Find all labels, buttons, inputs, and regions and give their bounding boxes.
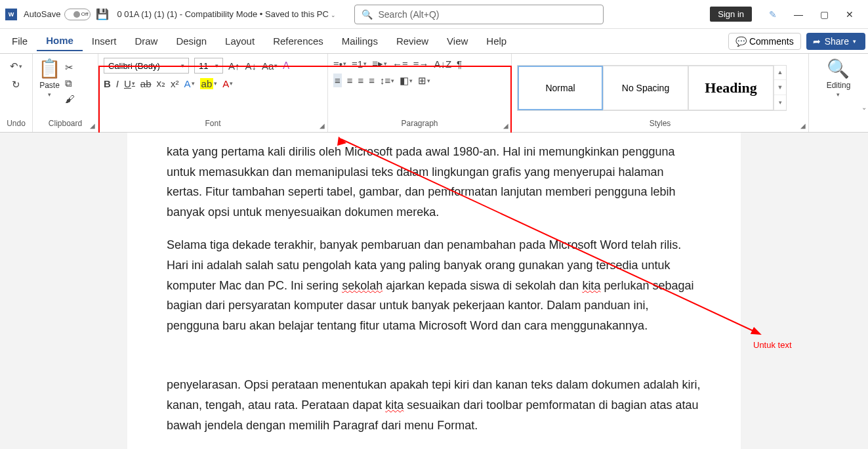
document-area: kata yang pertama kali dirilis oleh Micr… xyxy=(0,133,868,449)
autosave-label: AutoSave xyxy=(24,9,60,19)
sort-icon[interactable]: A↓Z xyxy=(434,58,451,70)
format-painter-button[interactable]: 🖌 xyxy=(65,93,75,104)
comments-button[interactable]: 💬 Comments xyxy=(728,33,801,50)
find-icon: 🔍 xyxy=(827,58,850,79)
tab-review[interactable]: Review xyxy=(387,32,438,51)
cut-button[interactable]: ✂ xyxy=(65,62,75,74)
align-right-icon[interactable]: ≡ xyxy=(358,75,364,86)
borders-icon[interactable]: ⊞▾ xyxy=(418,75,430,87)
close-button[interactable]: ✕ xyxy=(846,9,854,20)
show-marks-icon[interactable]: ¶ xyxy=(457,58,462,70)
bullets-icon[interactable]: ≡•▾ xyxy=(333,58,346,70)
share-button[interactable]: ➦ Share ▾ xyxy=(806,33,865,50)
tab-insert[interactable]: Insert xyxy=(83,32,126,51)
subscript-button[interactable]: x₂ xyxy=(157,77,166,89)
style-heading[interactable]: Heading xyxy=(688,66,774,110)
search-input[interactable]: 🔍 Search (Alt+Q) xyxy=(354,5,604,24)
strikethrough-button[interactable]: ab xyxy=(140,78,152,89)
bold-button[interactable]: B xyxy=(104,78,111,89)
font-size-select[interactable]: 11▾ xyxy=(194,58,223,74)
styles-expand-icon[interactable]: ▾ xyxy=(774,95,786,110)
tab-layout[interactable]: Layout xyxy=(216,32,264,51)
paste-button[interactable]: 📋 Paste ▾ xyxy=(38,58,61,98)
clear-formatting-icon[interactable]: A̶ xyxy=(283,60,289,72)
tab-draw[interactable]: Draw xyxy=(125,32,167,51)
tab-references[interactable]: References xyxy=(264,32,333,51)
tab-view[interactable]: View xyxy=(438,32,477,51)
annotation-label: Untuk text xyxy=(753,340,792,350)
increase-indent-icon[interactable]: ≡→ xyxy=(413,58,429,70)
change-case-icon[interactable]: Aa▾ xyxy=(262,60,278,72)
decrease-indent-icon[interactable]: ←≡ xyxy=(392,58,408,70)
line-spacing-icon[interactable]: ↕≡▾ xyxy=(380,75,394,86)
paragraph-launcher-icon[interactable]: ◢ xyxy=(503,122,508,129)
style-no-spacing[interactable]: No Spacing xyxy=(603,66,688,110)
paragraph-1: kata yang pertama kali dirilis oleh Micr… xyxy=(167,142,701,222)
undo-group-label: Undo xyxy=(5,118,27,131)
copy-button[interactable]: ⧉ xyxy=(65,77,75,89)
sign-in-button[interactable]: Sign in xyxy=(710,7,752,22)
coming-soon-icon[interactable]: ✎ xyxy=(769,9,777,20)
ribbon-tabs: File Home Insert Draw Design Layout Refe… xyxy=(0,29,868,54)
increase-font-icon[interactable]: A↑ xyxy=(228,60,240,72)
restore-button[interactable]: ▢ xyxy=(820,9,829,20)
clipboard-launcher-icon[interactable]: ◢ xyxy=(90,122,95,129)
search-icon: 🔍 xyxy=(362,9,373,20)
tab-mailings[interactable]: Mailings xyxy=(333,32,387,51)
justify-icon[interactable]: ≡ xyxy=(369,75,375,86)
tab-home[interactable]: Home xyxy=(37,31,83,51)
paragraph-3: penyelarasan. Opsi perataan menentukan a… xyxy=(167,375,701,435)
superscript-button[interactable]: x² xyxy=(171,78,179,89)
tab-help[interactable]: Help xyxy=(477,32,516,51)
undo-button[interactable]: ↶▾ xyxy=(10,60,22,72)
ribbon-collapse-icon[interactable]: ⌄ xyxy=(861,104,867,111)
paragraph-group-label: Paragraph xyxy=(333,118,506,131)
ribbon: ↶▾ ↻ Undo 📋 Paste ▾ ✂ ⧉ 🖌 Clipboard ◢ Ca xyxy=(0,54,868,133)
font-launcher-icon[interactable]: ◢ xyxy=(320,122,325,129)
underline-button[interactable]: U▾ xyxy=(124,78,135,89)
align-left-icon[interactable]: ≡ xyxy=(333,74,342,87)
styles-gallery[interactable]: Normal No Spacing Heading ▲ ▼ ▾ xyxy=(517,65,787,111)
autosave-toggle[interactable]: Off xyxy=(64,9,91,20)
styles-group-label: Styles xyxy=(517,118,803,131)
italic-button[interactable]: I xyxy=(116,78,119,89)
document-page[interactable]: kata yang pertama kali dirilis oleh Micr… xyxy=(127,133,741,449)
save-icon[interactable]: 💾 xyxy=(96,8,109,20)
style-normal[interactable]: Normal xyxy=(518,66,603,110)
redo-button[interactable]: ↻ xyxy=(12,79,20,91)
highlight-icon[interactable]: ab▾ xyxy=(200,78,218,89)
title-bar: W AutoSave Off 💾 0 01A (1) (1) (1) - Com… xyxy=(0,0,868,29)
styles-launcher-icon[interactable]: ◢ xyxy=(800,122,806,129)
tab-design[interactable]: Design xyxy=(167,32,216,51)
clipboard-group-label: Clipboard xyxy=(38,118,93,131)
text-effects-icon[interactable]: A▾ xyxy=(184,78,195,89)
font-color-icon[interactable]: A▾ xyxy=(222,78,233,89)
editing-button[interactable]: 🔍 Editing ▾ xyxy=(827,58,851,98)
document-title[interactable]: 0 01A (1) (1) (1) - Compatibility Mode •… xyxy=(117,9,336,19)
styles-scroll-down-icon[interactable]: ▼ xyxy=(774,80,786,95)
font-name-select[interactable]: Calibri (Body)▾ xyxy=(104,58,189,74)
numbering-icon[interactable]: ≡1▾ xyxy=(352,58,367,70)
multilevel-list-icon[interactable]: ≡▸▾ xyxy=(372,58,387,70)
shading-icon[interactable]: ◧▾ xyxy=(400,75,413,87)
paragraph-2: Selama tiga dekade terakhir, banyak pemb… xyxy=(167,235,701,335)
paste-icon: 📋 xyxy=(38,58,61,79)
tab-file[interactable]: File xyxy=(3,32,37,51)
minimize-button[interactable]: — xyxy=(794,9,803,20)
font-group-label: Font xyxy=(104,118,322,131)
styles-scroll-up-icon[interactable]: ▲ xyxy=(774,66,786,81)
word-app-icon: W xyxy=(5,9,17,20)
decrease-font-icon[interactable]: A↓ xyxy=(245,60,257,72)
align-center-icon[interactable]: ≡ xyxy=(347,75,353,86)
